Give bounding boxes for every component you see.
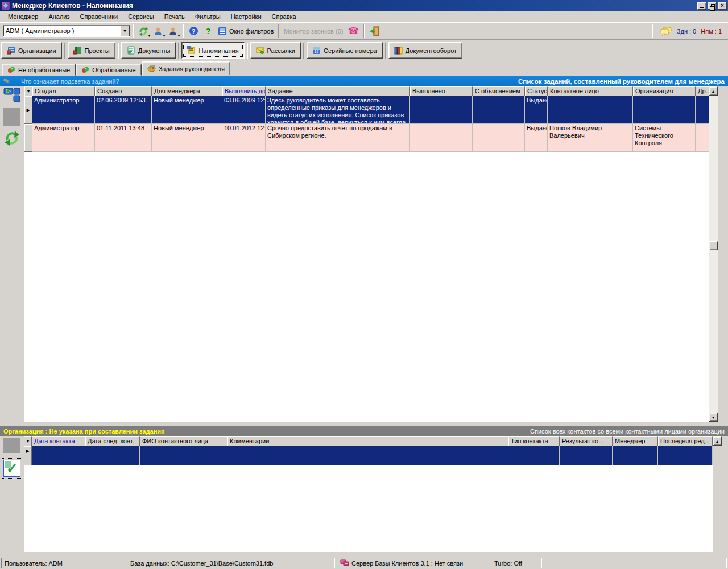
column-header-contact-name[interactable]: ФИО контактного лица [140,436,228,446]
column-header-other[interactable]: Др... [696,86,709,96]
menu-filters[interactable]: Фильтры [190,11,226,22]
subtab-label: Не обработанные [18,67,70,73]
column-header-contact-result[interactable]: Результат ко... [560,436,613,446]
window-title: Менеджер Клиентов - Напоминания [12,2,696,10]
contacts-panel-subtitle: Список всех контактов со всеми контактны… [530,428,725,435]
disabled-tool-button [3,438,20,453]
cell-for-manager: Новый менеджер [152,96,222,124]
subtab-processed[interactable]: Обработанные [76,64,141,76]
tab-workflow[interactable]: Документооборот [388,42,462,59]
column-header-created[interactable]: Создано [95,86,152,96]
user-dark-button[interactable]: ▾ [166,24,180,39]
table-row[interactable]: Администратор 01.11.2011 13:48 Новый мен… [24,124,709,152]
column-header-last-edit[interactable]: Последняя ред... [658,436,713,446]
tab-separator [385,43,386,59]
contacts-panel-header: Организация : Не указана при составлении… [0,426,728,436]
row-marker-icon: ▶ [26,448,29,453]
status-server-text: Сервер Базы Клиентов 3.1 : Нет связи [351,560,463,567]
status-database: База данных: C:\Customer_31\Base\Custom3… [127,558,335,568]
tasks-counter: Здн : 0 [677,28,696,35]
restore-icon [711,4,715,7]
column-header-status[interactable]: Статус [525,86,548,96]
help-button[interactable]: ? [186,24,201,39]
menu-bar: Менеджер Анализ Справочники Сервисы Печа… [0,11,728,22]
restore-button[interactable] [708,2,717,10]
tab-documents[interactable]: Документы [121,42,176,59]
subtab-manager-tasks[interactable]: Задания руководителя [142,61,230,76]
user-combo-dropdown[interactable]: ▼ [120,26,130,36]
menu-services[interactable]: Сервисы [123,11,159,22]
grid-filter-button[interactable]: ▼ [24,86,32,96]
cell-contact-type [508,446,560,465]
tab-label: Документы [138,47,171,54]
tasks-scrollbar[interactable]: ▲ ▼ [709,86,718,422]
phone-button[interactable]: ☎ [345,24,361,39]
refresh-user-button[interactable]: ▾ [136,24,151,39]
toolbar-separator [652,24,653,38]
menu-analysis[interactable]: Анализ [43,11,75,22]
user-blue-button[interactable]: ▾ [151,24,166,39]
tab-projects[interactable]: Проекты [68,42,115,59]
chevron-down-icon: ▼ [123,29,127,33]
scroll-down-icon: ▼ [712,415,715,419]
column-header-next-contact[interactable]: Дата след. конт. [85,436,140,446]
row-marker-cell [24,124,32,152]
menu-manager[interactable]: Менеджер [3,11,43,22]
column-header-for-manager[interactable]: Для менеджера [152,86,222,96]
table-row[interactable]: ▶ [24,446,713,465]
scrollbar-thumb[interactable] [709,241,718,250]
exit-button[interactable] [367,24,382,39]
toolbar-separator [278,24,279,38]
status-user-text: Пользователь: ADM [5,560,63,567]
highlight-help-link[interactable]: Что означает подсветка заданий? [21,78,119,85]
tab-label: Документооборот [406,47,457,54]
menu-help[interactable]: Справка [267,11,301,22]
tab-mailings[interactable]: Рассылки [250,42,301,59]
menu-directories[interactable]: Справочники [75,11,123,22]
minimize-button[interactable] [697,2,706,10]
column-header-created-by[interactable]: Создал [32,86,95,96]
close-button[interactable]: × [718,2,727,10]
column-header-due[interactable]: Выполнить до [222,86,266,96]
chevron-down-icon: ▾ [148,34,150,38]
column-header-contact-type[interactable]: Тип контакта [508,436,560,446]
tab-serial-numbers[interactable]: 12 Серийные номера [307,42,383,59]
column-header-contact[interactable]: Контактное лицо [548,86,633,96]
cell-next-contact [85,446,140,465]
subtab-unprocessed[interactable]: Не обработанные [2,64,76,76]
user-combo-value: ADM ( Администратор ) [3,26,120,36]
scroll-down-button[interactable]: ▼ [709,413,718,422]
column-header-explanation[interactable]: С объяснением [473,86,525,96]
menu-settings[interactable]: Настройки [226,11,267,22]
scroll-up-icon: ▲ [712,89,715,93]
table-row[interactable]: ▶ Администратор 02.06.2009 12:53 Новый м… [24,96,709,124]
filters-window-button[interactable]: Окно фильтров [216,24,276,39]
toolbar-counters: Здн : 0 Нпм : 1 [650,24,725,38]
user-icon [154,27,163,36]
column-header-contact-date[interactable]: Дата контакта [32,436,85,446]
column-header-organization[interactable]: Организация [633,86,696,96]
refresh-list-button[interactable] [3,130,20,147]
column-header-comments[interactable]: Комментарии [228,436,508,446]
column-header-manager[interactable]: Менеджер [613,436,658,446]
grid-filter-button[interactable]: ▼ [24,436,32,446]
call-monitor-label: Монитор звонков (0) [284,28,343,35]
menu-print[interactable]: Печать [159,11,190,22]
confirm-contact-button[interactable]: ✓ [3,460,20,477]
column-header-done[interactable]: Выполнено [410,86,473,96]
context-help-button[interactable]: ? [201,24,216,39]
status-bar: Пользователь: ADM База данных: C:\Custom… [0,557,728,569]
filter-dropdown-icon: ▼ [27,89,31,93]
tab-reminders[interactable]: Напоминания [181,42,244,59]
column-header-task[interactable]: Задание [266,86,410,96]
user-combo[interactable]: ADM ( Администратор ) ▼ [3,25,130,37]
contacts-scroll-up-button[interactable]: ▲ [713,436,722,446]
panel-splitter[interactable] [0,422,728,426]
refresh-icon [3,130,20,147]
run-task-button[interactable] [3,88,20,102]
tab-organizations[interactable]: Организации [1,42,62,59]
cell-task: Срочно предоставить отчет по продажам в … [266,124,410,152]
tab-label: Рассылки [267,47,295,54]
scroll-up-button[interactable]: ▲ [709,86,718,96]
cell-comments [228,446,508,465]
